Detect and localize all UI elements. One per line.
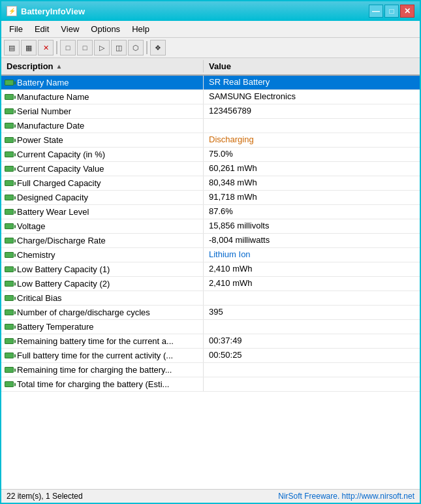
row-value: 91,718 mWh [204,191,420,204]
row-desc-text: Current Capacity (in %) [17,150,105,159]
row-value: 75.0% [204,148,420,161]
table-row[interactable]: Battery Temperature [1,320,420,334]
row-value: 2,410 mWh [204,262,420,276]
table-row[interactable]: Current Capacity (in %)75.0% [1,148,420,162]
battery-row-icon [4,121,14,131]
toolbar-sep-2 [146,41,148,54]
table-row[interactable]: Serial Number123456789 [1,104,420,119]
menu-edit[interactable]: Edit [29,23,54,35]
main-window: ⚡ BatteryInfoView — □ ✕ File Edit View O… [0,0,421,504]
close-button[interactable]: ✕ [400,5,414,18]
row-value: 15,856 millivolts [204,219,420,233]
toolbar-btn-6[interactable]: ▷ [94,40,110,55]
table-row[interactable]: Power StateDischarging [1,133,420,148]
row-description: Battery Temperature [1,320,204,334]
row-desc-text: Designed Capacity [17,193,88,202]
content-area: Description ▲ Value Battery NameSR Real … [1,58,420,489]
row-desc-text: Low Battery Capacity (1) [17,264,110,274]
row-description: Battery Wear Level [1,205,204,219]
row-value [204,377,420,391]
table-row[interactable]: Voltage15,856 millivolts [1,219,420,234]
row-desc-text: Serial Number [17,106,71,116]
row-description: Full Charged Capacity [1,176,204,190]
battery-row-icon [4,92,14,102]
toolbar-btn-4[interactable]: □ [60,40,76,55]
col-value-header[interactable]: Value [204,60,420,72]
toolbar-btn-8[interactable]: ⬡ [128,40,144,55]
list-header: Description ▲ Value [1,58,420,76]
row-desc-text: Full battery time for the current activi… [17,351,173,360]
table-row[interactable]: Designed Capacity91,718 mWh [1,191,420,205]
menu-view[interactable]: View [55,23,84,35]
toolbar-sep-1 [56,41,57,54]
table-row[interactable]: Total time for charging the battery (Est… [1,377,420,392]
status-right: NirSoft Freeware. http://www.nirsoft.net [278,492,414,501]
row-value: 00:37:49 [204,334,420,348]
menu-options[interactable]: Options [86,23,125,35]
col-description-header[interactable]: Description ▲ [1,60,204,72]
title-buttons: — □ ✕ [369,5,414,18]
toolbar-btn-2[interactable]: ▦ [21,40,37,55]
row-desc-text: Battery Temperature [17,322,94,332]
row-desc-text: Voltage [17,221,45,231]
table-row[interactable]: Number of charge/discharge cycles395 [1,306,420,320]
row-desc-text: Full Charged Capacity [17,178,101,188]
menu-bar: File Edit View Options Help [1,21,420,38]
table-row[interactable]: Low Battery Capacity (2)2,410 mWh [1,277,420,291]
row-value: Discharging [204,133,420,147]
battery-row-icon [4,221,14,232]
table-row[interactable]: Low Battery Capacity (1)2,410 mWh [1,262,420,277]
row-value: 80,348 mWh [204,176,420,190]
row-description: Designed Capacity [1,191,204,204]
table-row[interactable]: Critical Bias [1,291,420,306]
table-row[interactable]: Full Charged Capacity80,348 mWh [1,176,420,191]
toolbar-btn-3[interactable]: ✕ [38,40,54,55]
row-description: Current Capacity (in %) [1,148,204,161]
row-description: Charge/Discharge Rate [1,234,204,247]
row-description: Manufacture Name [1,90,204,104]
table-row[interactable]: ChemistryLithium Ion [1,248,420,262]
battery-row-icon [4,322,14,332]
row-desc-text: Remaining battery time for the current a… [17,336,174,346]
battery-row-icon [4,178,14,189]
table-row[interactable]: Remaining time for charging the battery.… [1,363,420,377]
table-row[interactable]: Full battery time for the current activi… [1,349,420,363]
list-body: Battery NameSR Real BatteryManufacture N… [1,76,420,489]
battery-row-icon [4,164,14,174]
row-value [204,119,420,133]
minimize-button[interactable]: — [369,5,383,18]
battery-row-icon [4,78,14,88]
battery-row-icon [4,279,14,289]
table-row[interactable]: Battery NameSR Real Battery [1,76,420,90]
table-row[interactable]: Remaining battery time for the current a… [1,334,420,349]
battery-row-icon [4,365,14,375]
sort-arrow-desc: ▲ [56,63,63,70]
row-description: Full battery time for the current activi… [1,349,204,362]
menu-help[interactable]: Help [127,23,155,35]
row-value: 87.6% [204,205,420,219]
row-value [204,363,420,377]
row-value: SAMSUNG Electronics [204,90,420,104]
menu-file[interactable]: File [4,23,28,35]
title-bar: ⚡ BatteryInfoView — □ ✕ [1,1,420,21]
table-row[interactable]: Battery Wear Level87.6% [1,205,420,219]
table-row[interactable]: Manufacture NameSAMSUNG Electronics [1,90,420,104]
row-description: Manufacture Date [1,119,204,133]
toolbar-btn-5[interactable]: □ [77,40,93,55]
row-value: 00:50:25 [204,349,420,362]
toolbar-btn-7[interactable]: ◫ [111,40,127,55]
toolbar-btn-1[interactable]: ▤ [4,40,20,55]
row-description: Current Capacity Value [1,162,204,176]
row-description: Number of charge/discharge cycles [1,306,204,319]
maximize-button[interactable]: □ [384,5,399,18]
toolbar-btn-9[interactable]: ❖ [150,40,166,55]
table-row[interactable]: Current Capacity Value60,261 mWh [1,162,420,176]
table-row[interactable]: Charge/Discharge Rate-8,004 milliwatts [1,234,420,248]
row-value: SR Real Battery [204,76,420,89]
battery-row-icon [4,336,14,347]
table-row[interactable]: Manufacture Date [1,119,420,133]
row-value: 60,261 mWh [204,162,420,176]
row-desc-text: Critical Bias [17,293,62,303]
battery-row-icon [4,150,14,160]
row-desc-text: Current Capacity Value [17,164,104,174]
